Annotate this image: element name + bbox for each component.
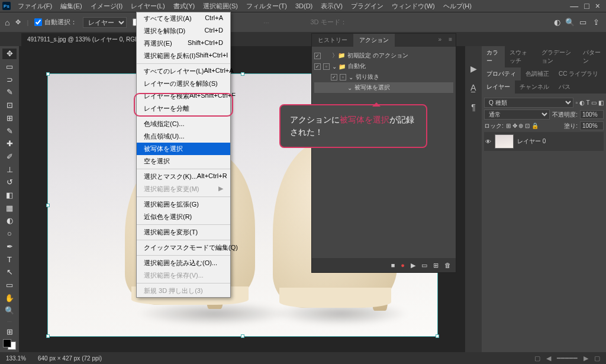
zoom-tool[interactable]: 🔍 (2, 305, 17, 316)
auto-select-checkbox[interactable]: 自動選択： (34, 18, 77, 27)
eyedropper-tool[interactable]: ✎ (2, 125, 17, 136)
crop-tool[interactable]: ⊡ (2, 100, 17, 111)
tab-gradient[interactable]: グラデーション (537, 46, 578, 67)
menu-plugins[interactable]: プラグイン (347, 1, 387, 12)
frame-tool[interactable]: ⊞ (2, 113, 17, 124)
action-set-default[interactable]: ✓〉📁 初期設定 のアクション (314, 50, 453, 61)
tab-history[interactable]: ヒストリー (312, 34, 353, 47)
stop-icon[interactable]: ■ (391, 262, 395, 269)
play-action-icon[interactable]: ▶ (411, 262, 415, 269)
path-tool[interactable]: ↖ (2, 267, 17, 278)
gradient-tool[interactable]: ▦ (2, 202, 17, 213)
menu-filter[interactable]: フィルター(T) (243, 1, 291, 12)
workspace-icon[interactable]: ▭ (578, 17, 588, 28)
shape-tool[interactable]: ▭ (2, 280, 17, 291)
text-panel-icon[interactable]: A̲ (470, 83, 476, 93)
menu-select-subject[interactable]: 被写体を選択 (137, 143, 230, 155)
text-tool[interactable]: T (2, 254, 17, 265)
menu-deselect[interactable]: 選択を解除(D)Ctrl+D (137, 25, 230, 37)
action-set-auto[interactable]: ✓▫⌄ 📁 自動化 (314, 61, 453, 72)
layer-item-0[interactable]: 👁 レイヤー 0 (484, 132, 604, 151)
visibility-icon[interactable]: 👁 (485, 138, 491, 145)
minimize-icon[interactable]: — (570, 1, 578, 11)
layer-kind-filter[interactable]: Q 種類 (484, 98, 573, 108)
menu-grow[interactable]: 選択範囲を拡張(G) (137, 198, 230, 211)
tab-properties[interactable]: プロパティ (482, 67, 521, 80)
menu-save-selection[interactable]: 選択範囲を保存(V)... (137, 269, 230, 282)
menu-type[interactable]: 書式(Y) (170, 1, 199, 12)
play-icon[interactable]: ▶ (470, 64, 477, 73)
menu-layer[interactable]: レイヤー(L) (127, 1, 168, 12)
record-icon[interactable]: ● (401, 262, 405, 269)
search-icon[interactable]: 🔍 (565, 17, 575, 28)
pen-tool[interactable]: ✒ (2, 241, 17, 252)
move-tool-icon[interactable]: ✥ (15, 18, 21, 26)
marquee-tool[interactable]: ▭ (2, 62, 17, 72)
menu-inverse[interactable]: 選択範囲を反転(I)Shift+Ctrl+I (137, 50, 230, 62)
menu-view[interactable]: 表示(V) (317, 1, 346, 12)
menu-deselect-layers[interactable]: レイヤーの選択を解除(S) (137, 78, 230, 90)
new-set-icon[interactable]: ▭ (421, 262, 427, 269)
menu-modify[interactable]: 選択範囲を変更(M)▶ (137, 183, 230, 195)
dodge-tool[interactable]: ○ (2, 228, 17, 239)
menu-3d[interactable]: 3D(D) (292, 1, 316, 11)
menu-select-and-mask[interactable]: 選択とマスク(K)...Alt+Ctrl+R (137, 170, 230, 183)
menu-focus-area[interactable]: 焦点領域(U)... (137, 130, 230, 143)
edit-toolbar[interactable]: ⊞ (2, 327, 17, 337)
share-icon[interactable]: ⇪ (591, 17, 601, 28)
tab-actions[interactable]: アクション (353, 34, 395, 47)
opacity-input[interactable] (580, 110, 604, 119)
tab-color[interactable]: カラー (482, 46, 505, 67)
menu-all-layers[interactable]: すべてのレイヤー(L)Alt+Ctrl+A (137, 65, 230, 78)
eraser-tool[interactable]: ◧ (2, 190, 17, 201)
panel-menu-icon[interactable]: ≡ (445, 34, 456, 47)
menu-reselect[interactable]: 再選択(E)Shift+Ctrl+D (137, 37, 230, 50)
tab-cclib[interactable]: CC ライブラリ (554, 67, 603, 80)
menu-isolate[interactable]: レイヤーを分離 (137, 102, 230, 115)
hand-tool[interactable]: ✋ (2, 292, 17, 303)
close-icon[interactable]: × (595, 1, 600, 11)
auto-select-dropdown[interactable]: レイヤー (83, 17, 127, 28)
action-crop[interactable]: ✓▫⌄ 切り抜き (314, 72, 453, 82)
selection-tool[interactable]: ✎ (2, 87, 17, 98)
menu-similar[interactable]: 近似色を選択(R) (137, 211, 230, 223)
menu-new-3d[interactable]: 新規 3D 押し出し(3) (137, 285, 230, 297)
menu-help[interactable]: ヘルプ(H) (440, 1, 475, 12)
user-icon[interactable]: ◐ (552, 17, 562, 28)
tab-adjustments[interactable]: 色調補正 (521, 67, 554, 80)
menu-load-selection[interactable]: 選択範囲を読み込む(O)... (137, 257, 230, 269)
blend-mode-dropdown[interactable]: 通常 (484, 109, 550, 120)
menu-select-sky[interactable]: 空を選択 (137, 155, 230, 167)
tab-channels[interactable]: チャンネル (515, 80, 554, 94)
lasso-tool[interactable]: ⊃ (2, 74, 17, 85)
menu-image[interactable]: イメージ(I) (87, 1, 126, 12)
heal-tool[interactable]: ✚ (2, 138, 17, 149)
tab-layers[interactable]: レイヤー (482, 80, 515, 94)
menu-file[interactable]: ファイル(F) (14, 1, 56, 12)
menu-find-layers[interactable]: レイヤーを検索Alt+Shift+Ctrl+F (137, 90, 230, 102)
menu-window[interactable]: ウィンドウ(W) (388, 1, 439, 12)
fill-input[interactable] (580, 121, 604, 130)
tab-paths[interactable]: パス (554, 80, 575, 94)
paragraph-panel-icon[interactable]: ¶ (471, 102, 476, 112)
collapse-icon[interactable]: » (435, 34, 446, 47)
stamp-tool[interactable]: ⊥ (2, 164, 17, 175)
menu-transform-selection[interactable]: 選択範囲を変形(T) (137, 226, 230, 239)
tab-swatch[interactable]: スウォッチ (505, 46, 537, 67)
menu-color-range[interactable]: 色域指定(C)... (137, 118, 230, 130)
delete-action-icon[interactable]: 🗑 (444, 262, 451, 269)
menu-select[interactable]: 選択範囲(S) (199, 1, 241, 12)
color-swatches[interactable] (3, 339, 16, 350)
menu-edit[interactable]: 編集(E) (57, 1, 86, 12)
tab-pattern[interactable]: パターン (578, 46, 606, 67)
brush-tool[interactable]: ✐ (2, 152, 17, 162)
maximize-icon[interactable]: □ (584, 1, 589, 11)
move-tool[interactable]: ✥ (2, 49, 17, 59)
history-brush-tool[interactable]: ↺ (2, 177, 17, 188)
action-step-subject[interactable]: ⌄ 被写体を選択 (314, 82, 453, 93)
menu-quick-mask[interactable]: クイックマスクモードで編集(Q) (137, 241, 230, 254)
home-icon[interactable]: ⌂ (5, 18, 9, 27)
new-action-icon[interactable]: ⊞ (433, 262, 439, 269)
menu-select-all[interactable]: すべてを選択(A)Ctrl+A (137, 12, 230, 25)
blur-tool[interactable]: ◐ (2, 215, 17, 226)
